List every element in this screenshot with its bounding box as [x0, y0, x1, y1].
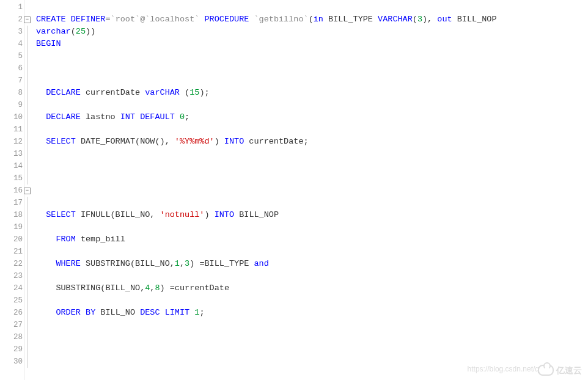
fold-icon[interactable]: −: [24, 188, 31, 194]
code-line: SELECT IFNULL(BILL_NO, 'notnull') INTO B…: [36, 209, 588, 221]
line-number: 5: [0, 50, 24, 62]
line-number: 3: [0, 26, 24, 38]
line-number: 25: [0, 294, 24, 307]
line-number: 13: [0, 148, 24, 160]
line-number: 16−: [0, 185, 24, 197]
line-number: 1: [0, 1, 24, 13]
line-number: 10: [0, 111, 24, 123]
line-number: 14: [0, 160, 24, 172]
code-line: WHERE SUBSTRING(BILL_NO,1,3) =BILL_TYPE …: [36, 258, 588, 270]
line-number: 29: [0, 343, 24, 356]
line-number: 30: [0, 356, 24, 368]
code-line: DECLARE currentDate varCHAR (15);: [36, 87, 588, 99]
line-number: 15: [0, 172, 24, 185]
code-line: [36, 331, 588, 343]
line-number: 23: [0, 270, 24, 282]
line-number-gutter: 1 2− 3 4 5 6 7 8 9 10 11 12 13 14 15 16−…: [0, 0, 25, 380]
cloud-icon: [538, 365, 554, 376]
code-area[interactable]: CREATE DEFINER=`root`@`localhost` PROCED…: [25, 0, 588, 380]
line-number: 9: [0, 99, 24, 111]
line-number: 11: [0, 123, 24, 136]
line-number: 20: [0, 233, 24, 246]
line-number: 17: [0, 197, 24, 209]
line-number: 8: [0, 87, 24, 99]
line-number: 24: [0, 282, 24, 294]
line-number: 19: [0, 221, 24, 233]
code-line: DECLARE lastno INT DEFAULT 0;: [36, 111, 588, 123]
code-line: ORDER BY BILL_NO DESC LIMIT 1;: [36, 307, 588, 319]
code-line: SUBSTRING(BILL_NO,4,8) =currentDate: [36, 282, 588, 294]
line-number: 6: [0, 62, 24, 75]
code-line: FROM temp_bill: [36, 233, 588, 246]
line-number: 22: [0, 258, 24, 270]
line-number: 2−: [0, 13, 24, 26]
line-number: 21: [0, 246, 24, 258]
code-line: [36, 185, 588, 197]
fold-icon[interactable]: −: [24, 16, 31, 23]
line-number: 12: [0, 136, 24, 148]
line-number: 7: [0, 75, 24, 87]
line-number: 26: [0, 307, 24, 319]
watermark-url: https://blog.csdn.net/q: [468, 363, 539, 375]
watermark-brand: 亿速云: [538, 364, 582, 376]
code-line: BEGIN: [36, 38, 588, 50]
code-line: SELECT DATE_FORMAT(NOW(), '%Y%m%d') INTO…: [36, 136, 588, 148]
code-line: [36, 62, 588, 75]
code-line: [36, 160, 588, 172]
line-number: 28: [0, 331, 24, 343]
line-number: 4: [0, 38, 24, 50]
line-number: 18: [0, 209, 24, 221]
code-editor: 1 2− 3 4 5 6 7 8 9 10 11 12 13 14 15 16−…: [0, 0, 588, 380]
line-number: 27: [0, 319, 24, 331]
code-line: CREATE DEFINER=`root`@`localhost` PROCED…: [36, 13, 588, 26]
